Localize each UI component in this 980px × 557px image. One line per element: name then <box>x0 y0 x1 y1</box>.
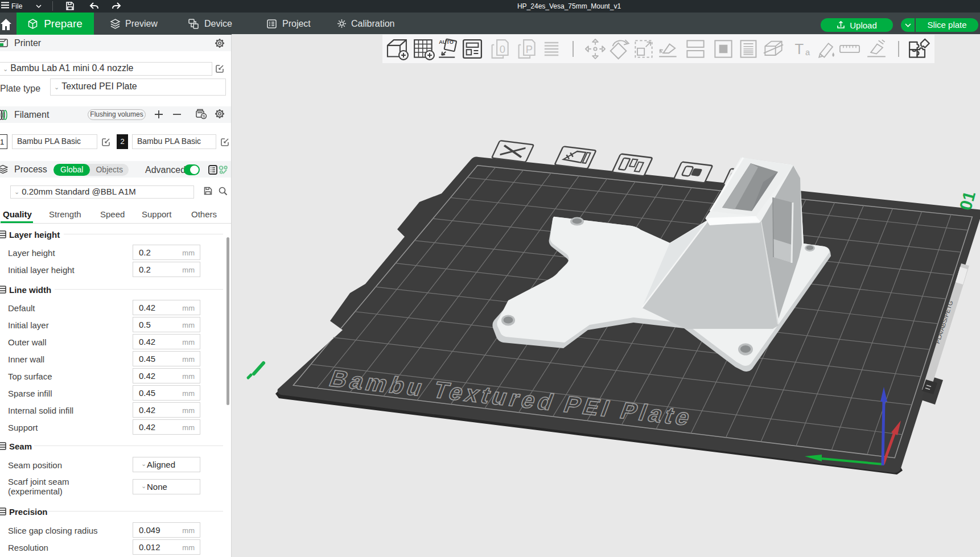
svg-text:P: P <box>526 43 533 55</box>
svg-text:AUTO: AUTO <box>439 39 454 45</box>
svg-text:a: a <box>805 48 810 57</box>
svg-text:0: 0 <box>500 43 505 55</box>
svg-text:T: T <box>795 41 804 57</box>
